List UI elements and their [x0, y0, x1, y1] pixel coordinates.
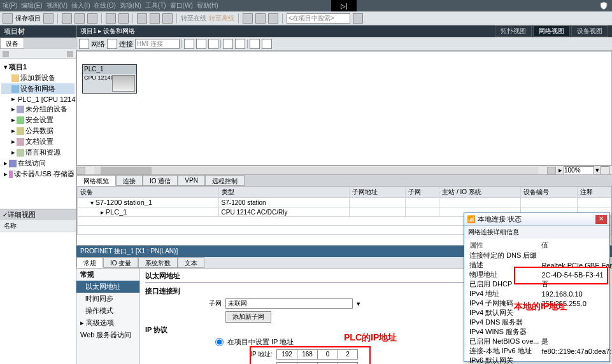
- pt-const[interactable]: 系统常数: [138, 257, 178, 268]
- download-icon[interactable]: [150, 13, 160, 24]
- tree-icon-b[interactable]: [67, 51, 73, 57]
- nav-time[interactable]: 时间同步: [76, 293, 139, 305]
- nav-general[interactable]: 常规: [76, 269, 139, 281]
- close-icon[interactable]: ✕: [595, 215, 607, 224]
- undo-icon[interactable]: [106, 13, 116, 24]
- tree-docset[interactable]: ▸文档设置: [1, 136, 75, 147]
- cut-icon[interactable]: [62, 13, 72, 24]
- pt-text[interactable]: 文本: [178, 257, 204, 268]
- network-canvas[interactable]: PLC_1 CPU 1214C: [76, 51, 612, 165]
- canvas-scrollbar[interactable]: ▸ ▾: [76, 165, 612, 174]
- tab-network[interactable]: 网络视图: [533, 25, 570, 37]
- subnet-field[interactable]: [225, 298, 353, 309]
- plc-box[interactable]: PLC_1 CPU 1214C: [82, 64, 137, 94]
- annotation-plc: PLC的IP地址: [344, 332, 397, 344]
- zoom-out-icon[interactable]: ▸: [559, 166, 562, 174]
- upload-icon[interactable]: [162, 13, 173, 24]
- conn-type-dd[interactable]: HMI 连接: [135, 39, 180, 49]
- nav-advanced[interactable]: ▸ 高级选项: [76, 317, 139, 329]
- section-ip: IP 协议: [145, 326, 167, 333]
- ct1[interactable]: [184, 39, 194, 49]
- tree-lang[interactable]: ▸语言和资源: [1, 147, 75, 158]
- menu-window[interactable]: 窗口(W): [170, 1, 193, 10]
- paste-icon[interactable]: [87, 13, 97, 24]
- search-go-icon[interactable]: [353, 13, 363, 24]
- compile-icon[interactable]: [137, 13, 147, 24]
- gooffline-button[interactable]: 转至离线: [209, 14, 234, 23]
- tb-a[interactable]: [243, 13, 253, 24]
- local-connect-dialog[interactable]: 📶 本地连接 状态 ✕ 网络连接详细信息 属性值 连接特定的 DNS 后缀描述R…: [464, 213, 610, 362]
- menu-project[interactable]: 项(P): [3, 1, 17, 10]
- tab-device[interactable]: 设备视图: [571, 25, 608, 37]
- zoom-input[interactable]: [564, 166, 594, 175]
- menu-tools[interactable]: 工具(T): [145, 1, 166, 10]
- scroll-thumb[interactable]: [101, 167, 152, 174]
- tree-icon-a[interactable]: [3, 51, 9, 57]
- tree-ungrouped[interactable]: ▸未分组的设备: [1, 104, 75, 115]
- menu-options[interactable]: 选项(N): [120, 1, 141, 10]
- ct4[interactable]: [223, 39, 233, 49]
- pt-iovar[interactable]: IO 变量: [103, 257, 138, 268]
- gt-vpn[interactable]: VPN: [178, 175, 205, 186]
- tree-plc1[interactable]: ▸PLC_1 [CPU 1214C A...: [1, 94, 75, 104]
- copy-icon[interactable]: [75, 13, 85, 24]
- tab-topology[interactable]: 拓扑视图: [495, 25, 532, 37]
- scroll-right-icon[interactable]: [547, 167, 556, 174]
- nav-opmode[interactable]: 操作模式: [76, 305, 139, 317]
- ct2[interactable]: [196, 39, 206, 49]
- menu-edit[interactable]: 编辑(E): [21, 1, 42, 10]
- tree-devices-networks[interactable]: 设备和网络: [1, 83, 75, 94]
- tree-root[interactable]: ▾ 项目1: [1, 62, 75, 73]
- tb-c[interactable]: [268, 13, 278, 24]
- pt-general[interactable]: 常规: [76, 257, 103, 268]
- goonline-button[interactable]: 转至在线: [181, 14, 206, 23]
- radio-set-ip[interactable]: [215, 338, 224, 346]
- gt-conn[interactable]: 连接: [116, 175, 143, 186]
- ip-field[interactable]: 19216802: [276, 349, 358, 360]
- devices-tab[interactable]: 设备: [0, 38, 24, 49]
- breadcrumb: 项目1 ▸ 设备和网络: [80, 25, 135, 37]
- project-tree-title: 项目树: [0, 25, 76, 38]
- subnet-dd-icon[interactable]: ▾: [357, 300, 360, 308]
- redo-icon[interactable]: [118, 13, 129, 24]
- zoom-icon[interactable]: [262, 39, 272, 49]
- nav-webserver[interactable]: Web 服务器访问: [76, 329, 139, 341]
- save-button[interactable]: 保存项目: [15, 14, 41, 23]
- table-row[interactable]: ▾ S7-1200 station_1S7-1200 station: [78, 198, 611, 207]
- menu-insert[interactable]: 插入(I): [71, 1, 90, 10]
- dialog-subtitle: 网络连接详细信息: [464, 226, 609, 239]
- tree-reader[interactable]: ▸读卡器/USB 存储器: [1, 169, 75, 179]
- zoom-dd-icon[interactable]: ▾: [595, 166, 599, 174]
- detail-view-toggle[interactable]: ✓ 详细视图: [0, 209, 76, 220]
- menu-online[interactable]: 在线(O): [94, 1, 115, 10]
- nav-ethernet[interactable]: 以太网地址: [76, 281, 139, 293]
- tb-b[interactable]: [255, 13, 266, 24]
- project-tree[interactable]: ▾ 项目1 添加新设备 设备和网络 ▸PLC_1 [CPU 1214C A...…: [0, 59, 76, 209]
- net-icon[interactable]: [79, 39, 89, 49]
- tree-online[interactable]: ▸在线访问: [1, 158, 75, 169]
- tree-security[interactable]: ▸安全设置: [1, 115, 75, 125]
- menu-help[interactable]: 帮助(H): [197, 1, 218, 10]
- zoom-misc[interactable]: [601, 166, 609, 175]
- tree-common[interactable]: ▸公共数据: [1, 125, 75, 136]
- list-item: 连接特定的 DNS 后缀: [468, 251, 612, 260]
- property-nav[interactable]: 常规 以太网地址 时间同步 操作模式 ▸ 高级选项 Web 服务器访问: [76, 269, 140, 364]
- ct5[interactable]: [235, 39, 245, 49]
- add-subnet-button[interactable]: 添加新子网: [225, 311, 271, 323]
- gt-io[interactable]: IO 通信: [143, 175, 178, 186]
- conn-icon[interactable]: [107, 39, 117, 49]
- new-icon[interactable]: [3, 13, 13, 24]
- tree-add-device[interactable]: 添加新设备: [1, 73, 75, 83]
- save-icon[interactable]: [43, 13, 53, 24]
- dialog-titlebar[interactable]: 📶 本地连接 状态 ✕: [464, 213, 609, 226]
- detail-view: 名称: [0, 220, 76, 365]
- ct3[interactable]: [208, 39, 218, 49]
- gt-overview[interactable]: 网络概览: [76, 175, 116, 186]
- gt-remote[interactable]: 远程控制: [205, 175, 245, 186]
- scroll-left-icon[interactable]: [76, 167, 85, 174]
- search-input[interactable]: <在项目中搜索>: [287, 13, 350, 24]
- play-icon[interactable]: ▷|: [331, 0, 357, 11]
- list-item: 已启用 DHCP否: [468, 279, 612, 289]
- zoom-fit-icon[interactable]: [250, 39, 260, 49]
- menu-view[interactable]: 视图(V): [46, 1, 68, 10]
